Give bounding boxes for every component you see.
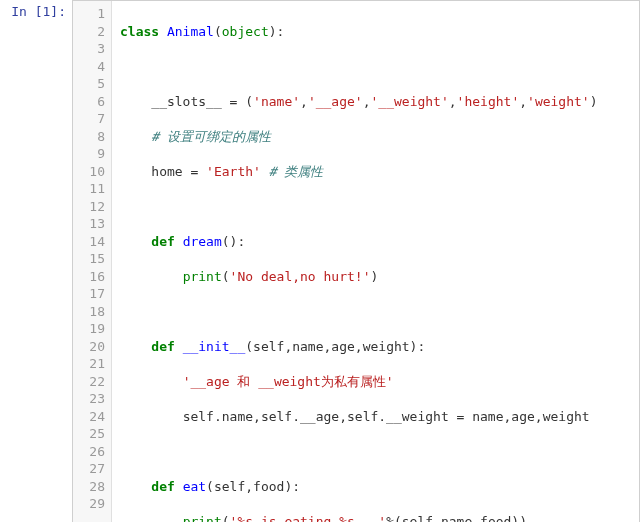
gutter-line: 3 (73, 40, 105, 58)
gutter-line: 12 (73, 198, 105, 216)
gutter-line: 14 (73, 233, 105, 251)
input-prompt: In [1]: (0, 0, 72, 19)
gutter-line: 20 (73, 338, 105, 356)
code-line: # 设置可绑定的属性 (120, 128, 631, 146)
gutter-line: 25 (73, 425, 105, 443)
code-line: '__age 和 __weight为私有属性' (120, 373, 631, 391)
code-line: def __init__(self,name,age,weight): (120, 338, 631, 356)
gutter-line: 13 (73, 215, 105, 233)
gutter-line: 2 (73, 23, 105, 41)
gutter-line: 18 (73, 303, 105, 321)
gutter-line: 9 (73, 145, 105, 163)
gutter-line: 8 (73, 128, 105, 146)
code-line: class Animal(object): (120, 23, 631, 41)
gutter-line: 21 (73, 355, 105, 373)
code-line: print('No deal,no hurt!') (120, 268, 631, 286)
code-line (120, 58, 631, 76)
code-line (120, 303, 631, 321)
gutter-line: 10 (73, 163, 105, 181)
gutter-line: 28 (73, 478, 105, 496)
gutter-line: 24 (73, 408, 105, 426)
code-line: def eat(self,food): (120, 478, 631, 496)
code-line: home = 'Earth' # 类属性 (120, 163, 631, 181)
gutter-line: 4 (73, 58, 105, 76)
gutter-line: 23 (73, 390, 105, 408)
code-line: print('%s is eating %s...'%(self.name,fo… (120, 513, 631, 523)
gutter-line: 11 (73, 180, 105, 198)
code-content[interactable]: class Animal(object): __slots__ = ('name… (112, 1, 639, 522)
gutter-line: 7 (73, 110, 105, 128)
code-line: self.name,self.__age,self.__weight = nam… (120, 408, 631, 426)
gutter-line: 26 (73, 443, 105, 461)
gutter-line: 22 (73, 373, 105, 391)
code-line: __slots__ = ('name','__age','__weight','… (120, 93, 631, 111)
gutter-line: 16 (73, 268, 105, 286)
gutter-line: 17 (73, 285, 105, 303)
gutter-line: 15 (73, 250, 105, 268)
code-line: def dream(): (120, 233, 631, 251)
line-gutter: 1 2 3 4 5 6 7 8 9 10 11 12 13 14 15 16 1… (73, 1, 112, 522)
gutter-line: 5 (73, 75, 105, 93)
code-area[interactable]: 1 2 3 4 5 6 7 8 9 10 11 12 13 14 15 16 1… (72, 0, 640, 522)
gutter-line: 6 (73, 93, 105, 111)
code-line (120, 443, 631, 461)
gutter-line: 27 (73, 460, 105, 478)
gutter-line: 1 (73, 5, 105, 23)
gutter-line: 19 (73, 320, 105, 338)
code-line (120, 198, 631, 216)
gutter-line: 29 (73, 495, 105, 513)
notebook-cell: In [1]: 1 2 3 4 5 6 7 8 9 10 11 12 13 14… (0, 0, 640, 522)
